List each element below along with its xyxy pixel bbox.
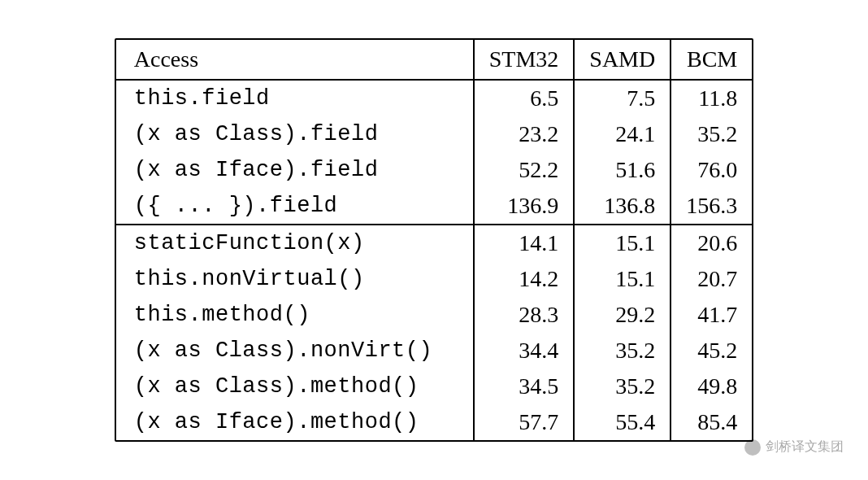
cell-bcm: 156.3: [671, 188, 752, 225]
cell-bcm: 20.6: [671, 225, 752, 261]
cell-bcm: 76.0: [671, 152, 752, 188]
benchmark-table: Access STM32 SAMD BCM this.field 6.5 7.5…: [116, 40, 753, 440]
table-row: staticFunction(x) 14.1 15.1 20.6: [116, 225, 753, 261]
header-bcm: BCM: [671, 40, 752, 80]
cell-stm32: 28.3: [474, 297, 575, 333]
cell-stm32: 14.1: [474, 225, 575, 261]
cell-access: (x as Class).method(): [116, 369, 474, 404]
cell-bcm: 11.8: [671, 80, 752, 116]
cell-stm32: 6.5: [474, 80, 575, 116]
cell-access: ({ ... }).field: [116, 188, 474, 225]
benchmark-table-container: Access STM32 SAMD BCM this.field 6.5 7.5…: [115, 38, 754, 442]
header-samd: SAMD: [574, 40, 671, 80]
header-access: Access: [116, 40, 474, 80]
table-row: (x as Class).nonVirt() 34.4 35.2 45.2: [116, 333, 753, 369]
watermark: 剑桥译文集团: [744, 439, 844, 456]
cell-access: (x as Class).nonVirt(): [116, 333, 474, 369]
cell-bcm: 41.7: [671, 297, 752, 333]
cell-bcm: 49.8: [671, 369, 752, 404]
cell-samd: 7.5: [574, 80, 671, 116]
cell-samd: 35.2: [574, 369, 671, 404]
cell-samd: 15.1: [574, 225, 671, 261]
cell-access: (x as Iface).method(): [116, 404, 474, 440]
header-stm32: STM32: [474, 40, 575, 80]
cell-bcm: 20.7: [671, 261, 752, 297]
table-row: (x as Class).field 23.2 24.1 35.2: [116, 116, 753, 152]
table-row: ({ ... }).field 136.9 136.8 156.3: [116, 188, 753, 225]
cell-access: this.method(): [116, 297, 474, 333]
table-body: this.field 6.5 7.5 11.8 (x as Class).fie…: [116, 80, 753, 440]
cell-stm32: 34.4: [474, 333, 575, 369]
cell-bcm: 45.2: [671, 333, 752, 369]
cell-samd: 55.4: [574, 404, 671, 440]
cell-access: staticFunction(x): [116, 225, 474, 261]
cell-access: (x as Class).field: [116, 116, 474, 152]
cell-access: this.nonVirtual(): [116, 261, 474, 297]
cell-stm32: 52.2: [474, 152, 575, 188]
cell-bcm: 35.2: [671, 116, 752, 152]
cell-access: this.field: [116, 80, 474, 116]
table-row: (x as Iface).method() 57.7 55.4 85.4: [116, 404, 753, 440]
watermark-icon: [744, 439, 761, 456]
table-row: (x as Class).method() 34.5 35.2 49.8: [116, 369, 753, 404]
table-row: this.field 6.5 7.5 11.8: [116, 80, 753, 116]
cell-access: (x as Iface).field: [116, 152, 474, 188]
table-row: (x as Iface).field 52.2 51.6 76.0: [116, 152, 753, 188]
table-row: this.nonVirtual() 14.2 15.1 20.7: [116, 261, 753, 297]
cell-samd: 15.1: [574, 261, 671, 297]
cell-stm32: 34.5: [474, 369, 575, 404]
table-header-row: Access STM32 SAMD BCM: [116, 40, 753, 80]
cell-stm32: 136.9: [474, 188, 575, 225]
cell-samd: 29.2: [574, 297, 671, 333]
table-row: this.method() 28.3 29.2 41.7: [116, 297, 753, 333]
watermark-text: 剑桥译文集团: [766, 439, 844, 456]
cell-stm32: 57.7: [474, 404, 575, 440]
cell-samd: 136.8: [574, 188, 671, 225]
cell-bcm: 85.4: [671, 404, 752, 440]
cell-samd: 35.2: [574, 333, 671, 369]
cell-samd: 51.6: [574, 152, 671, 188]
cell-stm32: 23.2: [474, 116, 575, 152]
cell-stm32: 14.2: [474, 261, 575, 297]
cell-samd: 24.1: [574, 116, 671, 152]
